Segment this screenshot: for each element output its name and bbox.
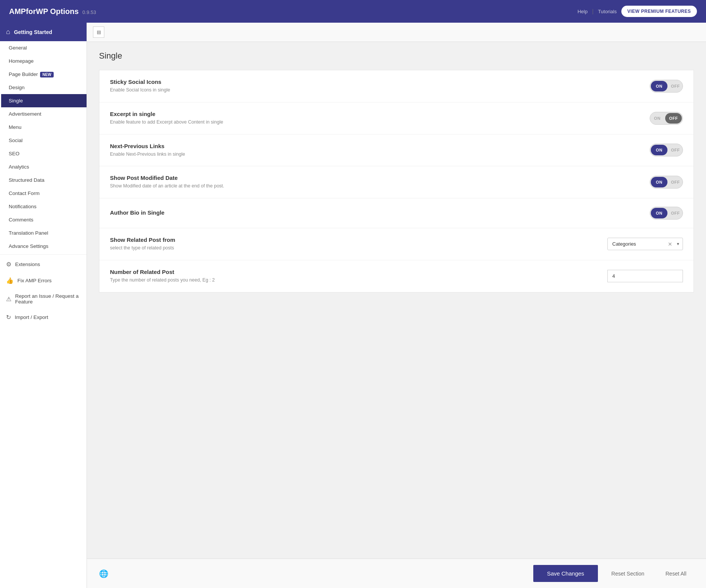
header: AMPforWP Options 0.9.53 Help | Tutorials… [0, 0, 706, 23]
sidebar-divider [0, 254, 87, 255]
setting-row-show-related-post-from: Show Related Post from select the type o… [99, 228, 694, 260]
sidebar-item-import-export[interactable]: ↻ Import / Export [0, 309, 87, 325]
toggle-sticky-social-icons[interactable]: ON OFF [650, 80, 683, 93]
setting-desc-sticky-social-icons: Enable Social Icons in single [110, 87, 170, 94]
sidebar-item-label-structured-data: Structured Data [9, 177, 45, 183]
help-link[interactable]: Help [577, 9, 588, 14]
setting-title-next-previous-links: Next-Previous Links [110, 143, 185, 149]
sidebar-item-label-menu: Menu [9, 124, 22, 130]
setting-desc-excerpt-in-single: Enable feature to add Excerpt above Cont… [110, 119, 223, 126]
save-changes-button[interactable]: Save Changes [533, 565, 598, 582]
select-wrap-show-related-post-from: CategoriesTagsBoth ✕ ▼ [607, 238, 683, 250]
reset-section-button[interactable]: Reset Section [604, 565, 652, 582]
report-issue-icon: ⚠ [6, 296, 11, 303]
sidebar-getting-started[interactable]: ⌂ Getting Started [0, 23, 87, 41]
setting-label-excerpt-in-single: Excerpt in single Enable feature to add … [110, 111, 223, 126]
sidebar-item-label-analytics: Analytics [9, 164, 29, 170]
setting-row-author-bio-in-single: Author Bio in Single ON OFF [99, 198, 694, 228]
sidebar-item-label-homepage: Homepage [9, 58, 34, 64]
sidebar-item-contact-form[interactable]: Contact Form [0, 187, 87, 200]
toggle-author-bio-in-single[interactable]: ON OFF [650, 207, 683, 220]
toggle-on-label-sticky-social-icons: ON [651, 81, 667, 91]
footer-left: 🌐 [99, 569, 108, 578]
content-area: Single Sticky Social Icons Enable Social… [87, 42, 706, 559]
setting-row-show-post-modified-date: Show Post Modified Date Show Modified da… [99, 166, 694, 198]
sidebar-item-design[interactable]: Design [0, 81, 87, 94]
setting-label-show-post-modified-date: Show Post Modified Date Show Modified da… [110, 175, 224, 190]
sidebar-special-label-report-issue: Report an Issue / Request a Feature [15, 293, 81, 305]
home-icon: ⌂ [6, 28, 10, 36]
sidebar-item-label-comments: Comments [9, 217, 33, 223]
setting-desc-number-of-related-post: Type the number of related posts you nee… [110, 277, 215, 284]
input-number-of-related-post[interactable] [607, 270, 683, 282]
sidebar-item-general[interactable]: General [0, 41, 87, 54]
sidebar-item-label-social: Social [9, 138, 23, 143]
toggle-on-label-excerpt-in-single: ON [650, 112, 664, 124]
setting-row-sticky-social-icons: Sticky Social Icons Enable Social Icons … [99, 70, 694, 102]
setting-label-author-bio-in-single: Author Bio in Single [110, 209, 164, 217]
sidebar-item-notifications[interactable]: Notifications [0, 200, 87, 213]
sidebar-item-advance-settings[interactable]: Advance Settings [0, 240, 87, 253]
sidebar: ⌂ Getting Started GeneralHomepagePage Bu… [0, 23, 87, 588]
sidebar-item-extensions[interactable]: ⚙ Extensions [0, 256, 87, 272]
toggle-next-previous-links[interactable]: ON OFF [650, 144, 683, 156]
footer-right: Save Changes Reset Section Reset All [533, 565, 694, 582]
globe-icon[interactable]: 🌐 [99, 569, 108, 578]
setting-title-number-of-related-post: Number of Related Post [110, 269, 215, 275]
settings-card: Sticky Social Icons Enable Social Icons … [99, 70, 694, 292]
sidebar-item-label-general: General [9, 45, 27, 51]
select-clear-show-related-post-from[interactable]: ✕ [668, 241, 672, 247]
setting-row-excerpt-in-single: Excerpt in single Enable feature to add … [99, 102, 694, 135]
sidebar-item-label-seo: SEO [9, 151, 20, 156]
getting-started-label: Getting Started [14, 29, 52, 35]
header-right: Help | Tutorials VIEW PREMIUM FEATURES [577, 6, 697, 17]
sidebar-item-label-notifications: Notifications [9, 204, 37, 209]
sidebar-item-advertisement[interactable]: Advertisement [0, 107, 87, 121]
new-badge: NEW [40, 72, 53, 77]
sidebar-item-label-advance-settings: Advance Settings [9, 243, 48, 249]
sidebar-item-single[interactable]: Single [0, 94, 87, 107]
sidebar-item-label-page-builder: Page Builder [9, 71, 38, 77]
setting-label-show-related-post-from: Show Related Post from select the type o… [110, 237, 175, 252]
reset-all-button[interactable]: Reset All [658, 565, 694, 582]
toggle-off-label-excerpt-in-single: OFF [665, 113, 682, 124]
tutorials-link[interactable]: Tutorials [598, 9, 616, 14]
header-left: AMPforWP Options 0.9.53 [9, 7, 96, 16]
sidebar-item-fix-amp-errors[interactable]: 👍 Fix AMP Errors [0, 272, 87, 289]
sidebar-item-label-translation-panel: Translation Panel [9, 230, 48, 236]
sidebar-item-structured-data[interactable]: Structured Data [0, 173, 87, 187]
toolbar-grid-icon[interactable]: ▤ [93, 26, 104, 38]
sidebar-item-translation-panel[interactable]: Translation Panel [0, 226, 87, 240]
toggle-on-label-next-previous-links: ON [651, 145, 667, 155]
toggle-off-label-show-post-modified-date: OFF [668, 176, 683, 188]
setting-title-show-post-modified-date: Show Post Modified Date [110, 175, 224, 181]
sidebar-item-menu[interactable]: Menu [0, 121, 87, 134]
sidebar-special-label-fix-amp-errors: Fix AMP Errors [17, 278, 52, 283]
app-version: 0.9.53 [82, 9, 96, 15]
toggle-show-post-modified-date[interactable]: ON OFF [650, 176, 683, 189]
sidebar-item-page-builder[interactable]: Page BuilderNEW [0, 68, 87, 81]
toggle-excerpt-in-single[interactable]: ON OFF [650, 112, 683, 125]
sidebar-item-homepage[interactable]: Homepage [0, 54, 87, 68]
sidebar-item-comments[interactable]: Comments [0, 213, 87, 226]
setting-desc-next-previous-links: Enable Next-Previous links in single [110, 151, 185, 158]
toggle-off-label-next-previous-links: OFF [668, 144, 683, 156]
app-title: AMPforWP Options [9, 7, 79, 16]
sidebar-special-label-import-export: Import / Export [15, 314, 48, 320]
sidebar-item-label-single: Single [9, 98, 23, 104]
setting-label-sticky-social-icons: Sticky Social Icons Enable Social Icons … [110, 79, 170, 94]
extensions-icon: ⚙ [6, 261, 11, 268]
sidebar-item-report-issue[interactable]: ⚠ Report an Issue / Request a Feature [0, 289, 87, 309]
footer-bar: 🌐 Save Changes Reset Section Reset All [87, 559, 706, 588]
toggle-on-label-author-bio-in-single: ON [651, 208, 667, 218]
sidebar-item-social[interactable]: Social [0, 134, 87, 147]
setting-label-number-of-related-post: Number of Related Post Type the number o… [110, 269, 215, 284]
sidebar-nav: GeneralHomepagePage BuilderNEWDesignSing… [0, 41, 87, 253]
sidebar-item-analytics[interactable]: Analytics [0, 160, 87, 173]
toggle-off-label-sticky-social-icons: OFF [668, 80, 683, 92]
page-title: Single [99, 51, 694, 61]
sidebar-item-seo[interactable]: SEO [0, 147, 87, 160]
import-export-icon: ↻ [6, 314, 11, 321]
setting-desc-show-post-modified-date: Show Modified date of an article at the … [110, 183, 224, 190]
premium-button[interactable]: VIEW PREMIUM FEATURES [621, 6, 697, 17]
